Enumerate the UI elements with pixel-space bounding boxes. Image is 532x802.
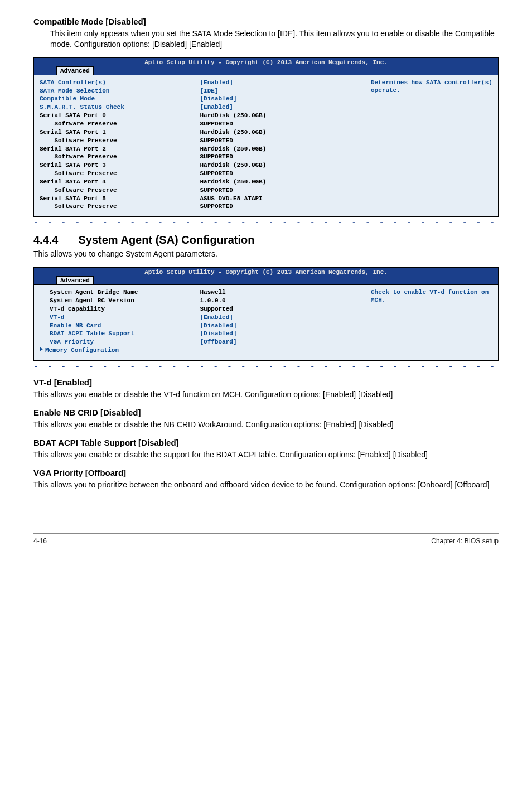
bios-row-value: SUPPORTED <box>200 137 361 145</box>
bios2-tabrow: Advanced <box>34 276 498 284</box>
compatible-mode-heading: Compatible Mode [Disabled] <box>33 17 499 26</box>
bios-row-value: HardDisk (250.0GB) <box>200 145 361 153</box>
section-number: 4.4.4 <box>33 234 58 247</box>
bios-row-value: [Disabled] <box>200 330 361 338</box>
bios-row-value: [Disabled] <box>200 322 361 330</box>
option-heading: VGA Priority [Offboard] <box>33 468 499 477</box>
bios-row-value: Haswell <box>200 288 361 297</box>
bios-row-label: Serial SATA Port 5 <box>40 195 200 203</box>
bios-row-value: HardDisk (250.0GB) <box>200 161 361 170</box>
bios1-tabrow: Advanced <box>34 66 498 75</box>
bios-row-value: [IDE] <box>200 87 361 95</box>
bios-row-value: SUPPORTED <box>200 202 361 211</box>
bios-row-label: Serial SATA Port 4 <box>40 178 200 186</box>
option-heading: VT-d [Enabled] <box>33 378 499 387</box>
bios-row-label: SATA Controller(s) <box>40 79 200 87</box>
bios2-help: Check to enable VT-d function on MCH. <box>366 285 498 360</box>
bios-row-label: System Agent RC Version <box>40 297 200 305</box>
bios1-title: Aptio Setup Utility - Copyright (C) 2013… <box>34 58 498 66</box>
option-body: This allows you enable or disable the NB… <box>33 419 499 430</box>
footer-left: 4-16 <box>33 537 47 545</box>
bios-row-value: [Enabled] <box>200 79 361 87</box>
bios-row-value: HardDisk (250.0GB) <box>200 128 361 137</box>
bios-row-label: Memory Configuration <box>40 346 200 355</box>
bios-row-value: SUPPORTED <box>200 170 361 178</box>
option-heading: Enable NB CRID [Disabled] <box>33 408 499 417</box>
bios-row-label: VT-d Capability <box>40 305 200 313</box>
bios-row-label: SATA Mode Selection <box>40 87 200 95</box>
bios-row-value: [Disabled] <box>200 95 361 103</box>
page-footer: 4-16 Chapter 4: BIOS setup <box>33 533 499 545</box>
separator-dashes-2: - - - - - - - - - - - - - - - - - - - - … <box>33 362 499 370</box>
bios-row-label: VGA Priority <box>40 338 200 346</box>
bios-row-value: Supported <box>200 305 361 313</box>
option-heading: BDAT ACPI Table Support [Disabled] <box>33 438 499 447</box>
bios-row-value: HardDisk (250.0GB) <box>200 112 361 120</box>
bios-row-value <box>200 346 361 355</box>
option-body: This allows you to prioritize between th… <box>33 480 499 490</box>
bios-row-value: [Offboard] <box>200 338 361 346</box>
section-title: System Agent (SA) Configuration <box>78 234 254 247</box>
option-body: This allows you enable or disable the VT… <box>33 389 499 400</box>
bios-row-label: Software Preserve <box>40 137 200 145</box>
bios-row-value: [Enabled] <box>200 313 361 322</box>
bios-row-value: SUPPORTED <box>200 153 361 161</box>
bios-row-label: Serial SATA Port 3 <box>40 161 200 170</box>
bios-screenshot-sa: Aptio Setup Utility - Copyright (C) 2013… <box>33 267 499 361</box>
bios-row-label: Software Preserve <box>40 153 200 161</box>
bios1-help: Determines how SATA controller(s) operat… <box>366 75 498 217</box>
bios-row-label: S.M.A.R.T. Status Check <box>40 103 200 112</box>
bios-row-label: Software Preserve <box>40 120 200 128</box>
bios-row-value: SUPPORTED <box>200 120 361 128</box>
bios2-table: System Agent Bridge NameHaswellSystem Ag… <box>40 288 360 355</box>
bios-row-label: BDAT ACPI Table Support <box>40 330 200 338</box>
bios-row-value: HardDisk (250.0GB) <box>200 178 361 186</box>
bios-row-label: System Agent Bridge Name <box>40 288 200 297</box>
bios-row-label: Serial SATA Port 0 <box>40 112 200 120</box>
bios-row-label: Software Preserve <box>40 202 200 211</box>
bios-row-label: Software Preserve <box>40 186 200 195</box>
separator-dashes: - - - - - - - - - - - - - - - - - - - - … <box>33 218 499 226</box>
bios-row-value: 1.0.0.0 <box>200 297 361 305</box>
bios-row-label: Software Preserve <box>40 170 200 178</box>
bios-row-value: ASUS DVD-E8 ATAPI <box>200 195 361 203</box>
bios-row-label: Enable NB Card <box>40 322 200 330</box>
bios1-tab-advanced: Advanced <box>56 66 94 75</box>
section-intro: This allows you to change System Agent p… <box>33 249 499 259</box>
bios-row-value: SUPPORTED <box>200 186 361 195</box>
bios1-table: SATA Controller(s)[Enabled]SATA Mode Sel… <box>40 79 360 211</box>
bios-row-label: Compatible Mode <box>40 95 200 103</box>
bios-row-value: [Enabled] <box>200 103 361 112</box>
footer-right: Chapter 4: BIOS setup <box>431 537 499 545</box>
bios-row-label: Serial SATA Port 2 <box>40 145 200 153</box>
bios-screenshot-sata: Aptio Setup Utility - Copyright (C) 2013… <box>33 57 499 218</box>
bios2-title: Aptio Setup Utility - Copyright (C) 2013… <box>34 268 498 276</box>
bios2-tab-advanced: Advanced <box>56 276 94 284</box>
bios-row-label: Serial SATA Port 1 <box>40 128 200 137</box>
bios-row-label: VT-d <box>40 313 200 322</box>
option-body: This allows you enable or disable the su… <box>33 450 499 460</box>
submenu-triangle-icon <box>40 347 43 351</box>
compatible-mode-body: This item only appears when you set the … <box>50 28 499 50</box>
